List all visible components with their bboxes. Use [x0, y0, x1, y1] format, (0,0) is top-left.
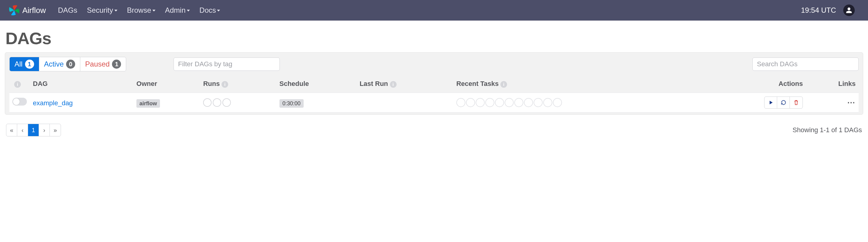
caret-down-icon	[152, 10, 155, 11]
dag-table: i DAG Owner Runsi Schedule Last Runi Rec…	[9, 76, 859, 112]
task-status-dot	[505, 98, 514, 107]
nav-item-docs[interactable]: Docs	[199, 6, 220, 15]
schedule-badge[interactable]: 0:30:00	[279, 99, 304, 108]
filter-row: All1Active0Paused1	[9, 57, 859, 72]
brand-text: Airflow	[22, 6, 46, 15]
trigger-dag-button[interactable]	[765, 97, 777, 108]
pager-btn[interactable]: ‹	[17, 124, 28, 136]
task-status-dot	[514, 98, 523, 107]
pager-btn[interactable]: »	[50, 124, 61, 136]
filter-active[interactable]: Active0	[39, 57, 80, 71]
caret-down-icon	[187, 10, 190, 11]
col-schedule: Schedule	[276, 76, 357, 93]
nav-left: DAGsSecurityBrowseAdminDocs	[58, 6, 220, 15]
pager-btn[interactable]: «	[6, 124, 17, 136]
nav-item-admin[interactable]: Admin	[165, 6, 190, 15]
caret-down-icon	[114, 10, 117, 11]
col-recent-tasks: Recent Tasksi	[453, 76, 705, 93]
task-status-dot	[495, 98, 504, 107]
nav-item-security[interactable]: Security	[87, 6, 117, 15]
task-status-dot	[543, 98, 552, 107]
info-icon: i	[221, 81, 228, 88]
footer-row: «‹1›» Showing 1-1 of 1 DAGs	[5, 124, 863, 136]
col-actions: Actions	[705, 76, 806, 93]
task-status-dot	[476, 98, 485, 107]
tag-filter-input[interactable]	[174, 57, 280, 71]
clock-text: 19:54 UTC	[801, 6, 836, 15]
count-badge: 1	[25, 60, 34, 69]
task-status-dot	[485, 98, 494, 107]
delete-dag-button[interactable]	[790, 97, 803, 108]
pager-btn[interactable]: 1	[28, 124, 39, 136]
run-status-dot	[203, 98, 212, 107]
info-icon: i	[390, 81, 397, 88]
nav-item-browse[interactable]: Browse	[127, 6, 155, 15]
user-menu[interactable]	[843, 4, 855, 16]
dag-pause-toggle[interactable]	[12, 98, 27, 106]
col-links: Links	[806, 76, 859, 93]
table-row: example_dagairflow0:30:00⋯	[9, 93, 859, 112]
nav-right: 19:54 UTC	[801, 4, 860, 16]
brand[interactable]: Airflow	[8, 4, 46, 17]
nav-item-dags[interactable]: DAGs	[58, 6, 77, 15]
count-badge: 1	[112, 60, 121, 69]
owner-badge: airflow	[136, 99, 160, 108]
info-icon: i	[500, 81, 507, 88]
panel: All1Active0Paused1 i DAG Owner Runsi Sch…	[5, 52, 863, 115]
info-icon: i	[14, 81, 21, 88]
count-badge: 0	[66, 60, 75, 69]
dag-link[interactable]: example_dag	[33, 99, 73, 107]
filter-all[interactable]: All1	[10, 57, 39, 71]
navbar: Airflow DAGsSecurityBrowseAdminDocs 19:5…	[0, 0, 868, 21]
pager-btn[interactable]: ›	[39, 124, 50, 136]
task-status-dot	[466, 98, 475, 107]
col-last-run: Last Runi	[356, 76, 453, 93]
col-dag: DAG	[30, 76, 133, 93]
status-filter-group: All1Active0Paused1	[9, 57, 126, 72]
refresh-dag-button[interactable]	[777, 97, 790, 108]
task-status-dot	[456, 98, 465, 107]
page: DAGs All1Active0Paused1 i DAG Owner Runs…	[0, 21, 868, 149]
clock[interactable]: 19:54 UTC	[801, 6, 838, 15]
run-status-dot	[222, 98, 231, 107]
task-status-dot	[524, 98, 533, 107]
airflow-logo-icon	[8, 4, 21, 17]
task-status-dot	[553, 98, 562, 107]
user-icon	[846, 7, 852, 14]
pager: «‹1›»	[6, 124, 61, 136]
task-status-dot	[534, 98, 542, 107]
caret-down-icon	[217, 10, 220, 11]
showing-text: Showing 1-1 of 1 DAGs	[793, 126, 862, 134]
col-owner: Owner	[133, 76, 200, 93]
col-runs: Runsi	[200, 76, 276, 93]
run-status-dot	[213, 98, 221, 107]
filter-paused[interactable]: Paused1	[80, 57, 126, 71]
more-links-button[interactable]: ⋯	[847, 98, 856, 107]
search-input[interactable]	[752, 57, 859, 71]
page-title: DAGs	[5, 28, 863, 48]
